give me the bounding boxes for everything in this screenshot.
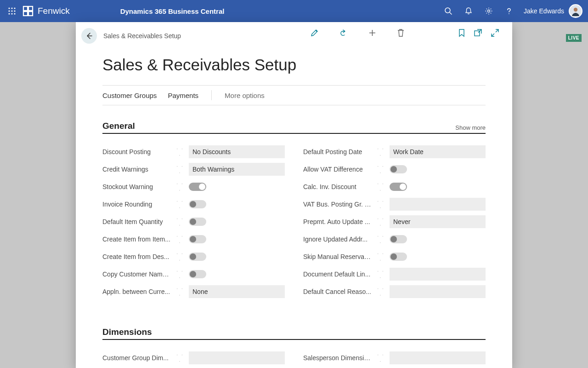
brand-name: Fenwick xyxy=(38,6,70,16)
actions-row: Customer Groups Payments More options xyxy=(102,85,486,105)
user-menu[interactable]: Jake Edwards xyxy=(519,4,585,18)
brand[interactable]: Fenwick xyxy=(22,5,70,17)
svg-point-5 xyxy=(14,10,15,12)
section-head-general: General Show more xyxy=(102,121,486,134)
toggle[interactable] xyxy=(189,270,206,278)
toggle[interactable] xyxy=(390,253,407,261)
svg-rect-10 xyxy=(28,6,33,11)
svg-point-15 xyxy=(488,10,490,12)
dots-spacer: · · · xyxy=(377,351,385,364)
svg-point-1 xyxy=(11,7,12,9)
field-input[interactable] xyxy=(390,351,486,364)
field-input[interactable] xyxy=(189,351,285,364)
app-launcher-button[interactable] xyxy=(3,7,21,15)
field-input[interactable] xyxy=(189,163,285,176)
toggle[interactable] xyxy=(189,183,206,191)
field-label: Salesperson Dimensio... xyxy=(303,354,372,362)
svg-point-8 xyxy=(14,13,15,14)
field-row: Skip Manual Reservati...· · · xyxy=(303,248,486,265)
field-row: Discount Posting· · · xyxy=(102,143,285,161)
page-title: Sales & Receivables Setup xyxy=(102,49,486,85)
back-button[interactable] xyxy=(81,28,97,44)
delete-button[interactable] xyxy=(397,29,405,37)
toggle[interactable] xyxy=(189,253,206,261)
svg-rect-12 xyxy=(28,12,33,16)
breadcrumb: Sales & Receivables Setup xyxy=(103,32,181,40)
pop-out-icon xyxy=(474,29,482,37)
toggle[interactable] xyxy=(189,218,206,226)
search-button[interactable] xyxy=(438,0,458,22)
new-button[interactable] xyxy=(368,29,377,37)
field-label: Copy Customer Name... xyxy=(102,270,171,278)
field-row: Customer Group Dim...· · · xyxy=(102,349,285,367)
field-row: VAT Bus. Posting Gr. (...· · · xyxy=(303,196,486,213)
avatar xyxy=(569,4,582,18)
trash-icon xyxy=(397,29,405,37)
app-title: Dynamics 365 Business Central xyxy=(120,7,225,15)
dots-spacer: · · · xyxy=(176,268,184,281)
dots-spacer: · · · xyxy=(377,145,385,158)
toggle[interactable] xyxy=(390,183,407,191)
actions-separator xyxy=(211,90,212,100)
field-row: Salesperson Dimensio...· · · xyxy=(303,349,486,367)
avatar-icon xyxy=(570,5,582,17)
pop-out-button[interactable] xyxy=(474,29,482,37)
field-label: Skip Manual Reservati... xyxy=(303,253,372,260)
dots-spacer: · · · xyxy=(176,351,184,364)
field-label: Invoice Rounding xyxy=(102,201,171,208)
field-label: Create Item from Des... xyxy=(102,253,171,260)
svg-rect-9 xyxy=(23,6,28,11)
toggle[interactable] xyxy=(390,235,407,243)
field-row: Allow VAT Difference· · · xyxy=(303,161,486,178)
settings-button[interactable] xyxy=(479,0,499,22)
field-input[interactable] xyxy=(390,285,486,298)
dots-spacer: · · · xyxy=(377,285,385,298)
dots-spacer: · · · xyxy=(377,215,385,228)
field-row: Default Item Quantity· · · xyxy=(102,213,285,230)
field-input[interactable] xyxy=(390,268,486,281)
svg-rect-11 xyxy=(23,12,28,16)
notifications-button[interactable] xyxy=(458,0,479,22)
field-input[interactable] xyxy=(390,198,486,211)
field-row: Appln. between Curre...· · · xyxy=(102,283,285,300)
field-input[interactable] xyxy=(390,145,486,158)
fullscreen-button[interactable] xyxy=(491,29,499,37)
dots-spacer: · · · xyxy=(377,233,385,246)
help-icon xyxy=(505,7,513,15)
dots-spacer: · · · xyxy=(176,285,184,298)
action-payments[interactable]: Payments xyxy=(168,92,198,99)
field-label: Allow VAT Difference xyxy=(303,166,372,173)
brand-logo-icon xyxy=(22,5,34,17)
plus-icon xyxy=(368,29,377,37)
toggle[interactable] xyxy=(390,165,407,173)
help-button[interactable] xyxy=(499,0,519,22)
svg-point-0 xyxy=(8,7,10,9)
field-input[interactable] xyxy=(189,145,285,158)
toggle[interactable] xyxy=(189,200,206,208)
dots-spacer: · · · xyxy=(176,198,184,211)
toggle[interactable] xyxy=(189,235,206,243)
field-row: Create Item from Des...· · · xyxy=(102,248,285,265)
field-label: Credit Warnings xyxy=(102,166,171,173)
dots-spacer: · · · xyxy=(176,163,184,176)
bookmark-icon xyxy=(458,29,465,37)
share-button[interactable] xyxy=(339,29,348,37)
action-customer-groups[interactable]: Customer Groups xyxy=(102,92,157,99)
field-row: Calc. Inv. Discount· · · xyxy=(303,178,486,196)
field-label: Document Default Lin... xyxy=(303,270,372,278)
dots-spacer: · · · xyxy=(377,163,385,176)
field-input[interactable] xyxy=(189,285,285,298)
field-label: Default Posting Date xyxy=(303,148,372,155)
edit-button[interactable] xyxy=(310,29,319,37)
show-more-general[interactable]: Show more xyxy=(455,124,486,131)
field-label: Ignore Updated Addr... xyxy=(303,236,372,243)
dots-spacer: · · · xyxy=(377,198,385,211)
action-more-options[interactable]: More options xyxy=(225,92,265,99)
svg-point-7 xyxy=(11,13,12,14)
bookmark-button[interactable] xyxy=(458,29,465,37)
waffle-icon xyxy=(8,7,16,15)
field-row: Ignore Updated Addr...· · · xyxy=(303,230,486,248)
setup-card: Sales & Receivables Setup xyxy=(76,22,512,368)
section-title-general: General xyxy=(102,121,135,131)
field-input[interactable] xyxy=(390,215,486,228)
